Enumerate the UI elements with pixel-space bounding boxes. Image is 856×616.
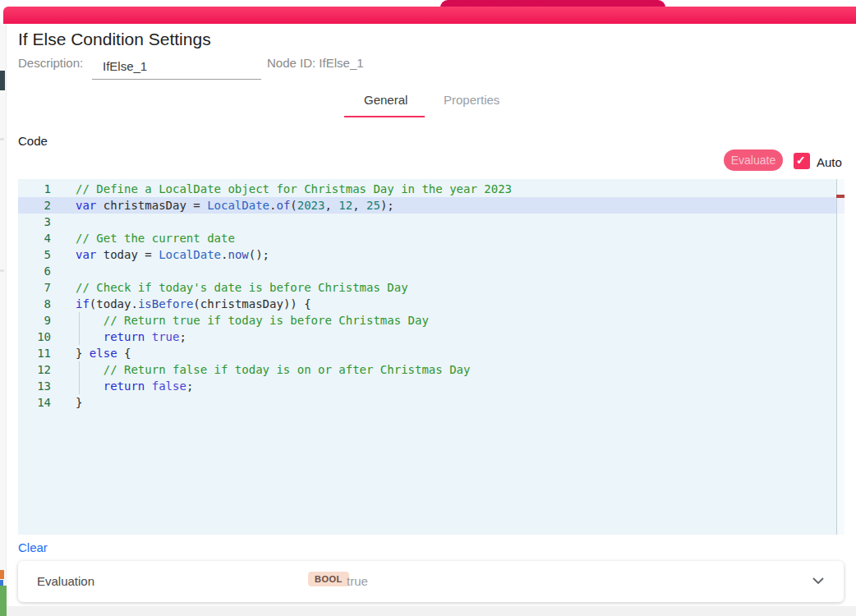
- code-text: // Get the current date: [76, 230, 235, 246]
- code-text: } else {: [76, 345, 131, 361]
- code-line-9[interactable]: 9 // Return true if today is before Chri…: [18, 312, 844, 329]
- line-number: 5: [18, 246, 56, 263]
- code-text: var christmasDay = LocalDate.of(2023, 12…: [76, 197, 394, 214]
- code-text: return false;: [76, 378, 193, 394]
- tab-general[interactable]: General: [364, 93, 407, 107]
- evaluation-accordion[interactable]: Evaluation BOOL true: [18, 561, 844, 602]
- editor-scrollbar[interactable]: [836, 179, 844, 535]
- clear-link[interactable]: Clear: [18, 540, 48, 554]
- evaluation-type-badge: BOOL: [308, 572, 349, 586]
- code-line-6[interactable]: 6: [18, 263, 844, 279]
- background-orange-mark: [0, 570, 4, 579]
- auto-checkbox[interactable]: [794, 153, 810, 169]
- code-text: }: [76, 394, 82, 411]
- line-number: 8: [18, 296, 56, 312]
- code-line-2[interactable]: 2var christmasDay = LocalDate.of(2023, 1…: [18, 197, 844, 214]
- background-blue-mark: [0, 580, 3, 586]
- line-number: 14: [18, 394, 56, 411]
- background-line: [0, 269, 4, 272]
- code-line-4[interactable]: 4// Get the current date: [18, 230, 844, 246]
- indent-guide: [79, 312, 80, 329]
- code-line-10[interactable]: 10 return true;: [18, 329, 844, 345]
- code-editor[interactable]: 1// Define a LocalDate object for Christ…: [18, 179, 844, 535]
- evaluate-button[interactable]: Evaluate: [724, 149, 783, 171]
- code-text: if(today.isBefore(christmasDay)) {: [76, 296, 311, 312]
- if-else-settings-dialog: If Else Condition Settings Description: …: [7, 24, 856, 606]
- code-text: // Check if today's date is before Chris…: [76, 279, 408, 296]
- code-line-14[interactable]: 14}: [18, 394, 844, 411]
- line-number: 2: [18, 197, 56, 214]
- background-line: [0, 138, 4, 140]
- auto-checkbox-label: Auto: [817, 155, 842, 169]
- description-input[interactable]: [92, 53, 261, 80]
- code-line-3[interactable]: 3: [18, 214, 844, 230]
- evaluation-label: Evaluation: [37, 574, 94, 588]
- line-number: 6: [18, 263, 56, 279]
- code-line-12[interactable]: 12 // Return false if today is on or aft…: [18, 361, 844, 378]
- code-line-5[interactable]: 5var today = LocalDate.now();: [18, 246, 844, 263]
- code-text: // Return false if today is on or after …: [76, 361, 470, 378]
- indent-guide: [79, 329, 80, 345]
- code-text: // Define a LocalDate object for Christm…: [76, 181, 512, 197]
- background-dark-block: [0, 71, 5, 90]
- line-number: 9: [18, 312, 56, 329]
- line-number: 13: [18, 378, 56, 394]
- editor-overview-marker: [836, 195, 844, 198]
- active-tab-underline: [344, 116, 425, 117]
- node-id-text: Node ID: IfElse_1: [267, 56, 364, 70]
- code-section-label: Code: [18, 134, 48, 148]
- line-number: 1: [18, 181, 56, 197]
- code-line-1[interactable]: 1// Define a LocalDate object for Christ…: [18, 181, 844, 197]
- line-number: 12: [18, 361, 56, 378]
- indent-guide: [79, 378, 80, 394]
- line-number: 10: [18, 329, 56, 345]
- code-line-8[interactable]: 8if(today.isBefore(christmasDay)) {: [18, 296, 844, 312]
- code-text: return true;: [76, 329, 186, 345]
- modal-top-bar: [3, 7, 856, 24]
- background-page-sliver: [0, 23, 7, 616]
- dialog-title: If Else Condition Settings: [18, 30, 211, 49]
- line-number: 3: [18, 214, 56, 230]
- indent-guide: [79, 361, 80, 378]
- line-number: 11: [18, 345, 56, 361]
- tab-properties[interactable]: Properties: [444, 93, 499, 107]
- code-editor-lines: 1// Define a LocalDate object for Christ…: [18, 181, 844, 411]
- code-line-7[interactable]: 7// Check if today's date is before Chri…: [18, 279, 844, 296]
- code-text: var today = LocalDate.now();: [76, 246, 269, 263]
- description-label: Description:: [18, 56, 83, 70]
- line-number: 7: [18, 279, 56, 296]
- evaluation-value: true: [347, 574, 368, 588]
- code-text: // Return true if today is before Christ…: [76, 312, 429, 329]
- code-line-11[interactable]: 11} else {: [18, 345, 844, 361]
- code-line-13[interactable]: 13 return false;: [18, 378, 844, 394]
- page-background-strip: [0, 606, 856, 616]
- chevron-down-icon[interactable]: [812, 576, 825, 586]
- background-green-block: [0, 586, 7, 616]
- top-white-strip: [0, 0, 856, 7]
- line-number: 4: [18, 230, 56, 246]
